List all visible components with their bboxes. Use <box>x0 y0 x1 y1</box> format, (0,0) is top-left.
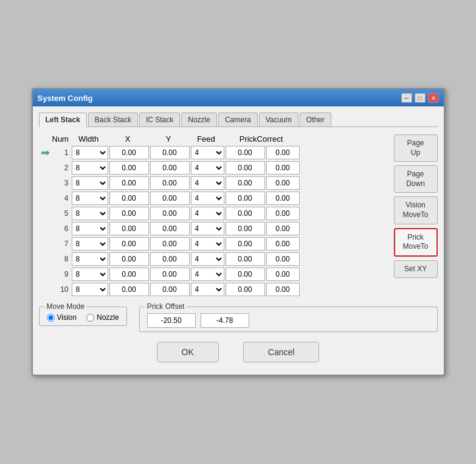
pc1-input[interactable] <box>226 283 265 296</box>
tab-vacuum[interactable]: Vacuum <box>259 113 298 126</box>
pc2-input[interactable] <box>266 176 300 190</box>
x-input[interactable] <box>109 146 149 159</box>
col-prick-correct: PrickCorrect <box>224 134 298 144</box>
page-up-button[interactable]: PageUp <box>394 134 438 162</box>
x-input[interactable] <box>109 207 149 220</box>
tab-other[interactable]: Other <box>300 113 331 126</box>
feed-select[interactable]: 4 <box>191 237 224 251</box>
vision-moveto-button[interactable]: VisionMoveTo <box>394 196 438 224</box>
pc2-input[interactable] <box>266 222 300 235</box>
pc2-input[interactable] <box>266 268 300 281</box>
tab-nozzle[interactable]: Nozzle <box>181 113 217 126</box>
width-select[interactable]: 8 <box>72 161 108 175</box>
y-input[interactable] <box>150 146 190 159</box>
pc1-input[interactable] <box>226 252 265 266</box>
pc2-input[interactable] <box>266 161 300 175</box>
radio-row: Vision Nozzle <box>47 313 119 322</box>
x-input[interactable] <box>109 192 149 205</box>
bottom-section: Move Mode Vision Nozzle Prick Offset <box>39 306 438 332</box>
cancel-button[interactable]: Cancel <box>243 342 320 362</box>
col-feed: Feed <box>190 134 223 144</box>
y-input[interactable] <box>150 283 190 296</box>
row-num: 9 <box>53 270 71 279</box>
width-select[interactable]: 8 <box>72 237 108 251</box>
pc1-input[interactable] <box>226 237 265 251</box>
width-select[interactable]: 8 <box>72 222 108 235</box>
width-select[interactable]: 8 <box>72 207 108 220</box>
feed-select[interactable]: 4 <box>191 207 224 220</box>
table-row: 6 8 4 <box>39 222 389 235</box>
pc1-input[interactable] <box>226 161 265 175</box>
feed-select[interactable]: 4 <box>191 252 224 266</box>
y-input[interactable] <box>150 237 190 251</box>
feed-select[interactable]: 4 <box>191 176 224 190</box>
pc1-input[interactable] <box>226 222 265 235</box>
close-button[interactable]: ✕ <box>428 93 439 103</box>
nozzle-radio[interactable] <box>86 314 94 322</box>
width-select[interactable]: 8 <box>72 176 108 190</box>
prick-offset-x-input[interactable] <box>147 313 196 328</box>
x-input[interactable] <box>109 252 149 266</box>
pc2-input[interactable] <box>266 207 300 220</box>
width-select[interactable]: 8 <box>72 252 108 266</box>
minimize-button[interactable]: ─ <box>401 93 412 103</box>
x-input[interactable] <box>109 176 149 190</box>
pc1-input[interactable] <box>226 207 265 220</box>
pc2-input[interactable] <box>266 146 300 159</box>
y-input[interactable] <box>150 252 190 266</box>
tab-ic-stack[interactable]: IC Stack <box>139 113 180 126</box>
x-input[interactable] <box>109 268 149 281</box>
tab-back-stack[interactable]: Back Stack <box>88 113 138 126</box>
vision-radio[interactable] <box>47 314 55 322</box>
feed-select[interactable]: 4 <box>191 161 224 175</box>
nozzle-label: Nozzle <box>97 313 119 322</box>
system-config-window: System Config ─ □ ✕ Left Stack Back Stac… <box>32 88 445 376</box>
move-mode-label: Move Mode <box>44 302 88 311</box>
pc2-input[interactable] <box>266 237 300 251</box>
y-input[interactable] <box>150 176 190 190</box>
y-input[interactable] <box>150 207 190 220</box>
table-row: 5 8 4 <box>39 207 389 220</box>
feed-select[interactable]: 4 <box>191 222 224 235</box>
width-select[interactable]: 8 <box>72 283 108 296</box>
feed-select[interactable]: 4 <box>191 268 224 281</box>
set-xy-button[interactable]: Set XY <box>394 260 438 279</box>
ok-button[interactable]: OK <box>157 342 219 362</box>
row-num: 8 <box>53 255 71 263</box>
tab-left-stack[interactable]: Left Stack <box>39 113 87 127</box>
side-buttons: PageUp PageDown VisionMoveTo PrickMoveTo… <box>394 134 438 298</box>
y-input[interactable] <box>150 192 190 205</box>
y-input[interactable] <box>150 268 190 281</box>
pc1-input[interactable] <box>226 268 265 281</box>
y-input[interactable] <box>150 161 190 175</box>
pc2-input[interactable] <box>266 192 300 205</box>
x-input[interactable] <box>109 222 149 235</box>
nozzle-radio-label[interactable]: Nozzle <box>86 313 119 322</box>
table-row: ➡ 1 8 4 <box>39 146 389 159</box>
footer-buttons: OK Cancel <box>39 342 438 369</box>
tab-camera[interactable]: Camera <box>218 113 258 126</box>
page-down-button[interactable]: PageDown <box>394 165 438 193</box>
current-row-arrow: ➡ <box>39 146 52 159</box>
vision-radio-label[interactable]: Vision <box>47 313 77 322</box>
x-input[interactable] <box>109 237 149 251</box>
x-input[interactable] <box>109 161 149 175</box>
feed-select[interactable]: 4 <box>191 146 224 159</box>
feed-select[interactable]: 4 <box>191 192 224 205</box>
pc1-input[interactable] <box>226 146 265 159</box>
pc2-input[interactable] <box>266 252 300 266</box>
pc2-input[interactable] <box>266 283 300 296</box>
feed-select[interactable]: 4 <box>191 283 224 296</box>
maximize-button[interactable]: □ <box>415 93 426 103</box>
prick-moveto-button[interactable]: PrickMoveTo <box>394 228 438 257</box>
width-select[interactable]: 8 <box>72 268 108 281</box>
width-select[interactable]: 8 <box>72 146 108 159</box>
prick-offset-y-input[interactable] <box>201 313 249 328</box>
pc1-input[interactable] <box>226 176 265 190</box>
prick-offset-label: Prick Offset <box>145 302 187 311</box>
y-input[interactable] <box>150 222 190 235</box>
row-num: 3 <box>53 179 71 187</box>
pc1-input[interactable] <box>226 192 265 205</box>
width-select[interactable]: 8 <box>72 192 108 205</box>
x-input[interactable] <box>109 283 149 296</box>
